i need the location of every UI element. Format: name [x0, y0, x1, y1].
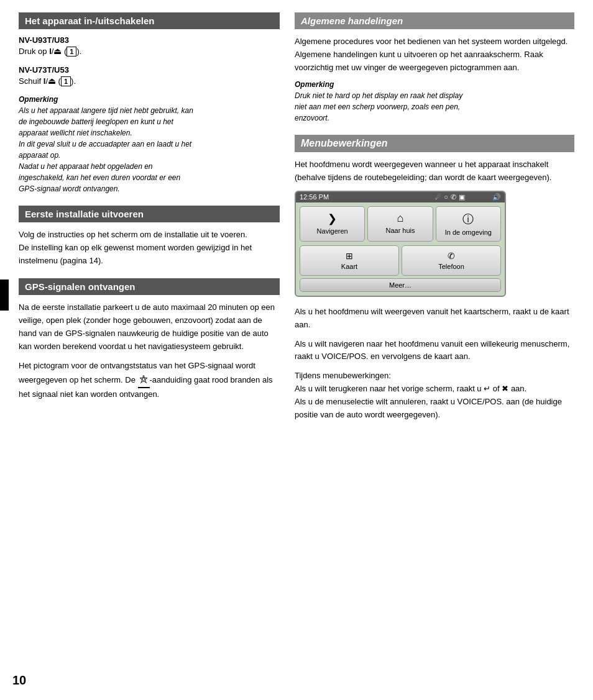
- gps-meer-button[interactable]: Meer…: [300, 278, 501, 292]
- screen-icon: ▣: [459, 193, 465, 201]
- navigeren-icon: ❯: [303, 212, 362, 225]
- page-tab-marker: [0, 280, 9, 311]
- section-algemene: Algemene handelingen Algemene procedures…: [295, 12, 574, 124]
- signal-icon: ☄: [435, 193, 441, 201]
- telefoon-icon: ✆: [405, 251, 498, 261]
- page-layout: Het apparaat in-/uitschakelen NV-U93T/U8…: [19, 12, 574, 432]
- gps-para1: Na de eerste installatie parkeert u de a…: [19, 301, 280, 353]
- kaart-label: Kaart: [341, 263, 357, 270]
- menu-para1: Als u het hoofdmenu wilt weergeven vanui…: [295, 306, 574, 332]
- gps-icon: ○: [444, 193, 448, 201]
- section-installatie-header: Eerste installatie uitvoeren: [19, 206, 280, 222]
- gps-btn-omgeving[interactable]: ⓘ In de omgeving: [436, 206, 501, 242]
- model-nvu73: NV-U73T/U53 Schuif I/⏏ (1).: [19, 65, 280, 86]
- model-nvu73-text: Schuif I/⏏ (1).: [19, 76, 280, 86]
- right-column: Algemene handelingen Algemene procedures…: [295, 12, 574, 432]
- opmerking-apparaat-title: Opmerking: [19, 95, 280, 104]
- opmerking-algemene-title: Opmerking: [295, 80, 574, 89]
- menu-para3: Tijdens menubewerkingen: Als u wilt teru…: [295, 370, 574, 421]
- of-text: of: [493, 384, 500, 393]
- left-column: Het apparaat in-/uitschakelen NV-U93T/U8…: [19, 12, 280, 432]
- opmerking-algemene: Opmerking Druk niet te hard op het displ…: [295, 80, 574, 124]
- model-nvu93-title: NV-U93T/U83: [19, 35, 280, 45]
- section-apparaat: Het apparaat in-/uitschakelen NV-U93T/U8…: [19, 12, 280, 194]
- opmerking-algemene-text: Druk niet te hard op het display en raak…: [295, 90, 574, 124]
- gps-time: 12:56 PM: [300, 193, 329, 201]
- gps-topbar-icons: ☄ ○ ✆ ▣ 🔊: [435, 193, 501, 201]
- section-gps-header: GPS-signalen ontvangen: [19, 278, 280, 295]
- section-installatie: Eerste installatie uitvoeren Volg de ins…: [19, 206, 280, 267]
- model-nvu93-text: Druk op I/⏏ (1).: [19, 46, 280, 57]
- opmerking-apparaat: Opmerking Als u het apparaat langere tij…: [19, 95, 280, 194]
- section-menu-header: Menubewerkingen: [295, 135, 574, 152]
- omgeving-icon: ⓘ: [439, 212, 498, 227]
- gps-btn-naarhuis[interactable]: ⌂ Naar huis: [367, 206, 433, 242]
- section-apparaat-header: Het apparaat in-/uitschakelen: [19, 12, 280, 29]
- model-nvu73-title: NV-U73T/U53: [19, 65, 280, 75]
- naarhuis-label: Naar huis: [385, 227, 415, 234]
- menu-intro: Het hoofdmenu wordt weergegeven wanneer …: [295, 158, 574, 184]
- naarhuis-icon: ⌂: [370, 212, 430, 225]
- section-gps: GPS-signalen ontvangen Na de eerste inst…: [19, 278, 280, 401]
- omgeving-label: In de omgeving: [445, 229, 492, 236]
- volume-icon: 🔊: [492, 193, 501, 201]
- gps-menu-top-row: ❯ Navigeren ⌂ Naar huis ⓘ In de omgeving: [296, 202, 505, 245]
- menu-para2: Als u wilt navigeren naar het hoofdmenu …: [295, 338, 574, 364]
- phone-icon: ✆: [451, 193, 456, 201]
- gps-screen-mockup: 12:56 PM ☄ ○ ✆ ▣ 🔊 ❯ Navigeren: [295, 191, 506, 297]
- gps-btn-navigeren[interactable]: ❯ Navigeren: [300, 206, 365, 242]
- algemene-para1: Algemene procedures voor het bedienen va…: [295, 35, 574, 74]
- gps-btn-telefoon[interactable]: ✆ Telefoon: [402, 245, 501, 276]
- section-menu: Menubewerkingen Het hoofdmenu wordt weer…: [295, 135, 574, 421]
- meer-label: Meer…: [389, 281, 411, 289]
- kaart-icon: ⊞: [303, 251, 396, 261]
- telefoon-label: Telefoon: [438, 263, 464, 270]
- section-algemene-header: Algemene handelingen: [295, 12, 574, 29]
- navigeren-label: Navigeren: [317, 227, 348, 235]
- model-nvu93: NV-U93T/U83 Druk op I/⏏ (1).: [19, 35, 280, 57]
- gps-btn-kaart[interactable]: ⊞ Kaart: [300, 245, 399, 276]
- gps-menu-bottom-row: ⊞ Kaart ✆ Telefoon: [296, 245, 505, 278]
- gps-topbar: 12:56 PM ☄ ○ ✆ ▣ 🔊: [296, 192, 505, 202]
- installatie-body: Volg de instructies op het scherm om de …: [19, 229, 280, 267]
- opmerking-apparaat-text: Als u het apparaat langere tijd niet heb…: [19, 105, 280, 194]
- gps-para2: Het pictogram voor de ontvangststatus va…: [19, 360, 280, 402]
- page-number: 10: [12, 673, 26, 688]
